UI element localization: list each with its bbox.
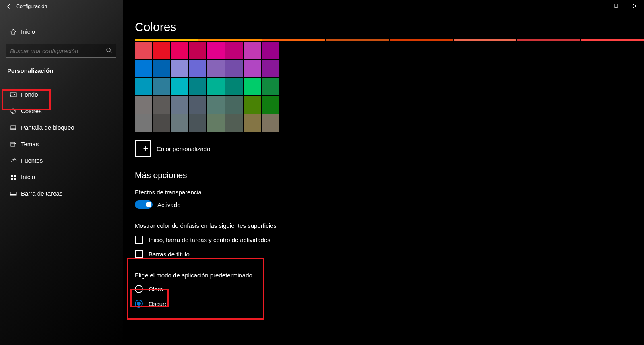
close-button[interactable]	[625, 0, 644, 12]
color-swatch[interactable]	[189, 60, 206, 77]
color-swatch[interactable]	[225, 60, 243, 77]
sidebar-home[interactable]: Inicio	[0, 23, 123, 40]
checkbox-titlebars[interactable]	[135, 250, 143, 258]
color-swatch[interactable]	[135, 60, 152, 77]
start-icon	[8, 174, 19, 180]
maximize-button[interactable]	[607, 0, 625, 12]
color-swatch[interactable]	[262, 78, 279, 95]
radio-dark-label: Oscuro	[149, 300, 168, 307]
color-swatch[interactable]	[153, 96, 170, 114]
color-swatch[interactable]	[171, 42, 188, 59]
sidebar-item-colores[interactable]: Colores	[0, 103, 123, 119]
radio-row-dark[interactable]: Oscuro	[135, 300, 644, 308]
color-swatch[interactable]	[262, 60, 279, 77]
color-swatch[interactable]	[189, 78, 206, 95]
sidebar-item-pantalla-bloqueo[interactable]: Pantalla de bloqueo	[0, 119, 123, 136]
color-swatch[interactable]	[207, 96, 225, 114]
minimize-button[interactable]	[588, 0, 607, 12]
color-swatch[interactable]	[171, 60, 188, 77]
accent-surfaces-label: Mostrar color de énfasis en las siguient…	[135, 222, 644, 229]
page-title: Colores	[135, 20, 644, 34]
color-swatch[interactable]	[153, 42, 170, 59]
svg-rect-7	[11, 142, 15, 146]
sidebar-item-label: Fuentes	[21, 157, 43, 164]
accent-strip-swatch	[390, 39, 453, 41]
color-swatch[interactable]	[189, 114, 206, 132]
accent-strip-swatch	[262, 39, 325, 41]
color-swatch[interactable]	[153, 78, 170, 95]
svg-point-2	[12, 110, 12, 111]
color-swatch[interactable]	[225, 96, 243, 114]
svg-rect-14	[614, 4, 617, 7]
color-swatch[interactable]	[135, 96, 152, 114]
color-swatch[interactable]	[225, 114, 243, 132]
search-input[interactable]	[6, 44, 116, 58]
color-swatch[interactable]	[207, 60, 225, 77]
checkbox-start-label: Inicio, barra de tareas y centro de acti…	[149, 236, 270, 243]
more-options-heading: Más opciones	[135, 170, 644, 180]
color-swatch[interactable]	[135, 42, 152, 59]
color-swatch[interactable]	[189, 42, 206, 59]
accent-strip-swatch	[326, 39, 389, 41]
color-swatch[interactable]	[225, 78, 243, 95]
color-swatch[interactable]	[189, 96, 206, 114]
checkbox-start-taskbar[interactable]	[135, 236, 143, 244]
sidebar-section-title: Personalización	[0, 62, 123, 77]
color-swatch[interactable]	[262, 42, 279, 59]
sidebar-item-barra-tareas[interactable]: Barra de tareas	[0, 185, 123, 202]
sidebar-item-fuentes[interactable]: AA Fuentes	[0, 152, 123, 169]
sidebar-item-temas[interactable]: Temas	[0, 136, 123, 152]
color-swatch[interactable]	[244, 114, 261, 132]
radio-dark[interactable]	[135, 300, 143, 308]
back-icon[interactable]	[2, 3, 16, 10]
svg-rect-11	[14, 178, 16, 180]
search-icon	[106, 47, 112, 54]
transparency-state: Activado	[157, 201, 181, 208]
accent-strip-swatch	[198, 39, 261, 41]
home-icon	[8, 29, 19, 35]
color-swatch[interactable]	[244, 60, 261, 77]
color-swatch[interactable]	[244, 42, 261, 59]
radio-light[interactable]	[135, 285, 143, 293]
color-swatch[interactable]	[153, 60, 170, 77]
checkbox-titlebars-label: Barras de título	[149, 251, 190, 258]
taskbar-icon	[8, 190, 19, 197]
radio-row-light[interactable]: Claro	[135, 285, 644, 293]
color-swatch[interactable]	[244, 78, 261, 95]
accent-strip-swatch	[581, 39, 644, 41]
color-swatch-grid	[135, 42, 279, 132]
main-content: Colores + Color personalizado Más opcion…	[123, 0, 644, 345]
sidebar-item-fondo[interactable]: Fondo	[0, 86, 123, 103]
svg-point-0	[107, 48, 110, 52]
transparency-label: Efectos de transparencia	[135, 189, 644, 196]
color-swatch[interactable]	[207, 78, 225, 95]
color-swatch[interactable]	[171, 78, 188, 95]
custom-color-label: Color personalizado	[157, 145, 210, 152]
svg-point-3	[12, 109, 13, 110]
sidebar-item-label: Barra de tareas	[21, 190, 62, 197]
color-swatch[interactable]	[225, 42, 243, 59]
sidebar-item-label: Temas	[21, 140, 39, 147]
svg-rect-10	[11, 178, 13, 180]
accent-strip-swatch	[454, 39, 516, 41]
window-controls	[588, 0, 644, 12]
palette-icon	[8, 108, 19, 114]
color-swatch[interactable]	[171, 96, 188, 114]
sidebar-item-inicio[interactable]: Inicio	[0, 169, 123, 185]
themes-icon	[8, 141, 19, 147]
transparency-toggle[interactable]	[135, 200, 153, 209]
color-swatch[interactable]	[135, 78, 152, 95]
color-swatch[interactable]	[262, 96, 279, 114]
color-swatch[interactable]	[207, 114, 225, 132]
color-swatch[interactable]	[244, 96, 261, 114]
color-swatch[interactable]	[262, 114, 279, 132]
titlebar: Configuración	[0, 0, 123, 13]
svg-rect-15	[615, 4, 618, 7]
color-swatch[interactable]	[171, 114, 188, 132]
color-swatch[interactable]	[207, 42, 225, 59]
plus-icon: +	[143, 144, 149, 153]
color-swatch[interactable]	[135, 114, 152, 132]
color-swatch[interactable]	[153, 114, 170, 132]
search-field[interactable]	[10, 48, 106, 54]
custom-color-button[interactable]: +	[135, 140, 151, 157]
